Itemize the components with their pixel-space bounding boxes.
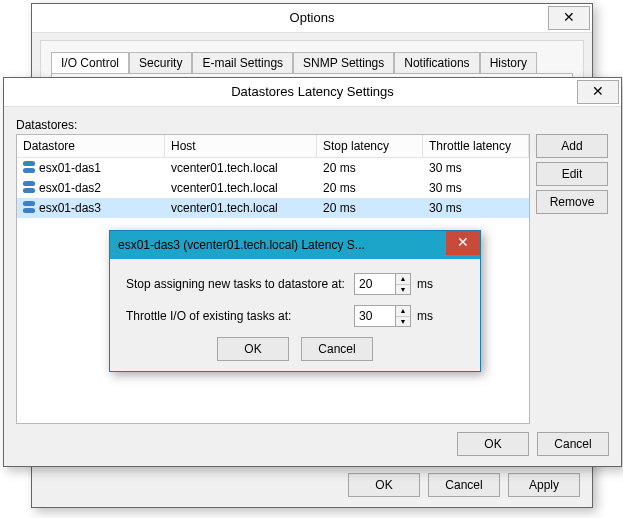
latency-title: Datastores Latency Settings xyxy=(4,78,621,106)
throttle-latency-spinner[interactable]: ▲ ▼ xyxy=(354,305,411,327)
add-button[interactable]: Add xyxy=(536,134,608,158)
table-row[interactable]: esx01-das3 vcenter01.tech.local 20 ms 30… xyxy=(17,198,529,218)
cell-stop: 20 ms xyxy=(317,201,423,215)
cell-datastore: esx01-das1 xyxy=(17,161,165,175)
edit-button[interactable]: Edit xyxy=(536,162,608,186)
datastore-icon xyxy=(23,161,35,175)
latency-cancel-button[interactable]: Cancel xyxy=(537,432,609,456)
options-ok-button[interactable]: OK xyxy=(348,473,420,497)
table-row[interactable]: esx01-das2 vcenter01.tech.local 20 ms 30… xyxy=(17,178,529,198)
throttle-latency-row: Throttle I/O of existing tasks at: ▲ ▼ m… xyxy=(126,305,464,327)
cell-datastore: esx01-das3 xyxy=(17,201,165,215)
throttle-latency-input[interactable] xyxy=(355,306,395,326)
modal-title: esx01-das3 (vcenter01.tech.local) Latenc… xyxy=(118,231,440,259)
options-apply-button[interactable]: Apply xyxy=(508,473,580,497)
col-stop[interactable]: Stop latency xyxy=(317,135,423,157)
cell-host: vcenter01.tech.local xyxy=(165,201,317,215)
tab-snmp-settings[interactable]: SNMP Settings xyxy=(293,52,394,73)
remove-button[interactable]: Remove xyxy=(536,190,608,214)
stop-latency-unit: ms xyxy=(417,277,433,291)
modal-ok-button[interactable]: OK xyxy=(217,337,289,361)
latency-close-button[interactable]: ✕ xyxy=(577,80,619,104)
throttle-latency-up-button[interactable]: ▲ xyxy=(396,306,410,317)
datastore-icon xyxy=(23,181,35,195)
options-footer-buttons: OK Cancel Apply xyxy=(348,473,580,497)
tab-email-settings[interactable]: E-mail Settings xyxy=(192,52,293,73)
options-close-button[interactable]: ✕ xyxy=(548,6,590,30)
cell-host: vcenter01.tech.local xyxy=(165,181,317,195)
edit-latency-modal: esx01-das3 (vcenter01.tech.local) Latenc… xyxy=(109,230,481,372)
options-tabs: I/O Control Security E-mail Settings SNM… xyxy=(51,51,537,72)
throttle-latency-label: Throttle I/O of existing tasks at: xyxy=(126,309,354,323)
throttle-latency-unit: ms xyxy=(417,309,433,323)
stop-latency-row: Stop assigning new tasks to datastore at… xyxy=(126,273,464,295)
table-row[interactable]: esx01-das1 vcenter01.tech.local 20 ms 30… xyxy=(17,158,529,178)
cell-throttle: 30 ms xyxy=(423,201,529,215)
stop-latency-down-button[interactable]: ▼ xyxy=(396,285,410,295)
modal-close-button[interactable]: ✕ xyxy=(446,231,480,255)
latency-titlebar: Datastores Latency Settings ✕ xyxy=(4,78,621,107)
options-title: Options xyxy=(32,4,592,32)
datastore-action-buttons: Add Edit Remove xyxy=(536,134,608,214)
cell-host: vcenter01.tech.local xyxy=(165,161,317,175)
tab-security[interactable]: Security xyxy=(129,52,192,73)
stop-latency-up-button[interactable]: ▲ xyxy=(396,274,410,285)
table-header: Datastore Host Stop latency Throttle lat… xyxy=(17,135,529,158)
cell-datastore: esx01-das2 xyxy=(17,181,165,195)
col-throttle[interactable]: Throttle latency xyxy=(423,135,529,157)
stop-latency-label: Stop assigning new tasks to datastore at… xyxy=(126,277,354,291)
modal-cancel-button[interactable]: Cancel xyxy=(301,337,373,361)
latency-ok-button[interactable]: OK xyxy=(457,432,529,456)
cell-stop: 20 ms xyxy=(317,161,423,175)
modal-body: Stop assigning new tasks to datastore at… xyxy=(110,259,480,371)
options-cancel-button[interactable]: Cancel xyxy=(428,473,500,497)
tab-io-control[interactable]: I/O Control xyxy=(51,52,129,73)
col-datastore[interactable]: Datastore xyxy=(17,135,165,157)
col-host[interactable]: Host xyxy=(165,135,317,157)
stop-latency-input[interactable] xyxy=(355,274,395,294)
modal-titlebar: esx01-das3 (vcenter01.tech.local) Latenc… xyxy=(110,231,480,259)
tab-notifications[interactable]: Notifications xyxy=(394,52,479,73)
cell-throttle: 30 ms xyxy=(423,181,529,195)
datastores-label: Datastores: xyxy=(16,118,77,132)
options-titlebar: Options ✕ xyxy=(32,4,592,33)
cell-stop: 20 ms xyxy=(317,181,423,195)
datastore-icon xyxy=(23,201,35,215)
stop-latency-spinner[interactable]: ▲ ▼ xyxy=(354,273,411,295)
throttle-latency-down-button[interactable]: ▼ xyxy=(396,317,410,327)
tab-history[interactable]: History xyxy=(480,52,537,73)
cell-throttle: 30 ms xyxy=(423,161,529,175)
modal-footer-buttons: OK Cancel xyxy=(126,337,464,361)
latency-footer-buttons: OK Cancel xyxy=(457,432,609,456)
